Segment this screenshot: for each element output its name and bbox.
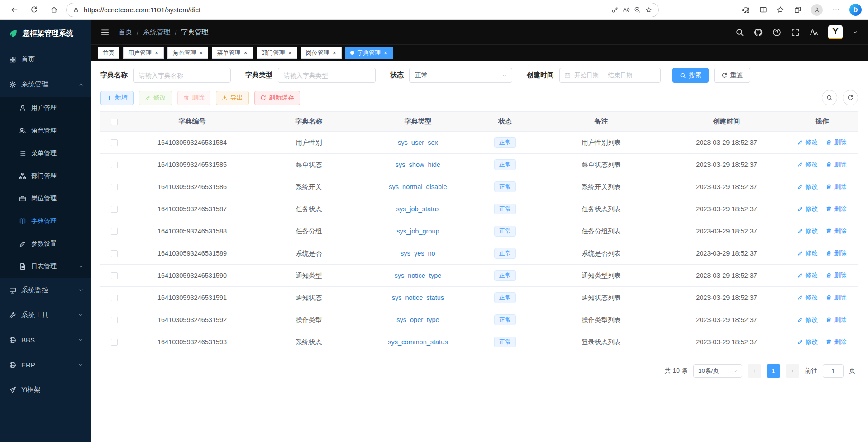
extensions-puzzle-icon[interactable] <box>742 6 750 14</box>
dict-type-link[interactable]: sys_yes_no <box>401 250 435 257</box>
row-delete-button[interactable]: 删除 <box>826 205 846 213</box>
tab-角色管理[interactable]: 角色管理 × <box>167 47 208 59</box>
row-edit-button[interactable]: 修改 <box>797 161 818 169</box>
row-edit-button[interactable]: 修改 <box>797 138 818 147</box>
browser-back-button[interactable] <box>6 2 22 18</box>
user-avatar[interactable]: Y <box>828 25 843 39</box>
tab-菜单管理[interactable]: 菜单管理 × <box>212 47 253 59</box>
bing-icon[interactable]: b <box>849 4 862 16</box>
favorites-star-icon[interactable] <box>777 6 784 14</box>
password-key-icon[interactable] <box>611 6 618 13</box>
refresh-cache-button[interactable]: 刷新缓存 <box>254 91 300 105</box>
delete-button[interactable]: 删除 <box>177 91 210 105</box>
browser-profile-avatar[interactable] <box>811 4 823 16</box>
row-delete-button[interactable]: 删除 <box>826 161 846 169</box>
row-checkbox[interactable] <box>111 295 118 301</box>
dict-type-link[interactable]: sys_notice_status <box>392 294 444 301</box>
avatar-caret-icon[interactable] <box>853 29 858 35</box>
refresh-table-button[interactable] <box>843 90 858 105</box>
dict-type-link[interactable]: sys_show_hide <box>396 161 440 168</box>
row-edit-button[interactable]: 修改 <box>797 294 818 302</box>
sidebar-item-系统工具[interactable]: 系统工具 <box>0 303 91 328</box>
tab-岗位管理[interactable]: 岗位管理 × <box>301 47 342 59</box>
breadcrumb-item[interactable]: 首页 <box>119 28 132 37</box>
sidebar-item-Yi框架[interactable]: Yi框架 <box>0 377 91 402</box>
row-delete-button[interactable]: 删除 <box>826 294 846 302</box>
add-favorite-star-icon[interactable] <box>645 6 652 13</box>
github-icon[interactable] <box>754 28 763 37</box>
browser-refresh-button[interactable] <box>26 2 42 18</box>
row-edit-button[interactable]: 修改 <box>797 183 818 191</box>
toggle-search-button[interactable] <box>822 90 837 105</box>
page-1-button[interactable]: 1 <box>767 364 780 378</box>
app-logo[interactable]: 意框架管理系统 <box>0 20 91 47</box>
tab-close-icon[interactable]: × <box>154 50 159 56</box>
row-edit-button[interactable]: 修改 <box>797 205 818 213</box>
row-delete-button[interactable]: 删除 <box>826 138 846 147</box>
address-bar[interactable]: https://ccnetcore.com:1101/system/dict <box>66 3 659 17</box>
row-checkbox[interactable] <box>111 317 118 323</box>
row-delete-button[interactable]: 删除 <box>826 227 846 235</box>
sidebar-item-ERP[interactable]: ERP <box>0 352 91 377</box>
row-checkbox[interactable] <box>111 139 118 146</box>
row-checkbox[interactable] <box>111 184 118 190</box>
search-button[interactable]: 搜索 <box>672 68 709 83</box>
header-search-icon[interactable] <box>735 28 744 37</box>
browser-menu-dots-icon[interactable] <box>832 6 840 14</box>
split-screen-icon[interactable] <box>759 6 767 14</box>
sidebar-subitem-日志管理[interactable]: 日志管理 <box>0 255 91 278</box>
row-edit-button[interactable]: 修改 <box>797 271 818 280</box>
tab-close-icon[interactable]: × <box>383 50 388 56</box>
sidebar-subitem-岗位管理[interactable]: 岗位管理 <box>0 187 91 210</box>
tab-close-icon[interactable]: × <box>288 50 292 56</box>
page-size-select[interactable]: 10条/页 <box>693 364 742 378</box>
read-aloud-icon[interactable] <box>623 6 630 13</box>
row-checkbox[interactable] <box>111 162 118 168</box>
dict-type-link[interactable]: sys_oper_type <box>396 316 439 323</box>
row-delete-button[interactable]: 删除 <box>826 338 846 346</box>
row-edit-button[interactable]: 修改 <box>797 249 818 257</box>
row-edit-button[interactable]: 修改 <box>797 316 818 324</box>
breadcrumb-item[interactable]: 系统管理 <box>143 28 170 37</box>
tab-close-icon[interactable]: × <box>243 50 248 56</box>
tab-字典管理[interactable]: 字典管理 × <box>345 47 393 59</box>
row-checkbox[interactable] <box>111 272 118 279</box>
font-size-icon[interactable] <box>810 28 818 37</box>
row-checkbox[interactable] <box>111 206 118 213</box>
sidebar-subitem-角色管理[interactable]: 角色管理 <box>0 119 91 142</box>
sidebar-item-系统管理[interactable]: 系统管理 <box>0 72 91 97</box>
dict-type-link[interactable]: sys_common_status <box>388 338 448 346</box>
dict-name-input[interactable] <box>133 68 231 83</box>
row-checkbox[interactable] <box>111 228 118 235</box>
dict-type-link[interactable]: sys_normal_disable <box>389 183 447 190</box>
tab-用户管理[interactable]: 用户管理 × <box>123 47 164 59</box>
row-checkbox[interactable] <box>111 339 118 346</box>
edit-button[interactable]: 修改 <box>139 91 172 105</box>
dict-type-link[interactable]: sys_job_status <box>396 205 439 213</box>
date-range-picker[interactable]: 开始日期 - 结束日期 <box>559 68 661 83</box>
row-delete-button[interactable]: 删除 <box>826 183 846 191</box>
row-checkbox[interactable] <box>111 250 118 257</box>
goto-page-input[interactable] <box>823 364 844 378</box>
hamburger-icon[interactable] <box>100 28 110 37</box>
zoom-indicator-icon[interactable] <box>634 6 641 13</box>
row-delete-button[interactable]: 删除 <box>826 249 846 257</box>
sidebar-item-首页[interactable]: 首页 <box>0 47 91 72</box>
export-button[interactable]: 导出 <box>216 91 249 105</box>
sidebar-subitem-字典管理[interactable]: 字典管理 <box>0 210 91 233</box>
tab-close-icon[interactable]: × <box>332 50 337 56</box>
tab-首页[interactable]: 首页 <box>98 47 119 59</box>
sidebar-subitem-部门管理[interactable]: 部门管理 <box>0 165 91 187</box>
add-button[interactable]: 新增 <box>100 91 134 105</box>
tab-部门管理[interactable]: 部门管理 × <box>257 47 297 59</box>
tab-close-icon[interactable]: × <box>199 50 203 56</box>
sidebar-subitem-菜单管理[interactable]: 菜单管理 <box>0 142 91 165</box>
sidebar-item-BBS[interactable]: BBS <box>0 328 91 352</box>
dict-type-link[interactable]: sys_notice_type <box>394 272 441 279</box>
help-question-icon[interactable] <box>773 28 781 37</box>
dict-type-link[interactable]: sys_user_sex <box>398 139 438 146</box>
row-edit-button[interactable]: 修改 <box>797 338 818 346</box>
sidebar-subitem-参数设置[interactable]: 参数设置 <box>0 233 91 255</box>
prev-page-button[interactable] <box>748 364 761 378</box>
dict-type-link[interactable]: sys_job_group <box>396 228 439 235</box>
